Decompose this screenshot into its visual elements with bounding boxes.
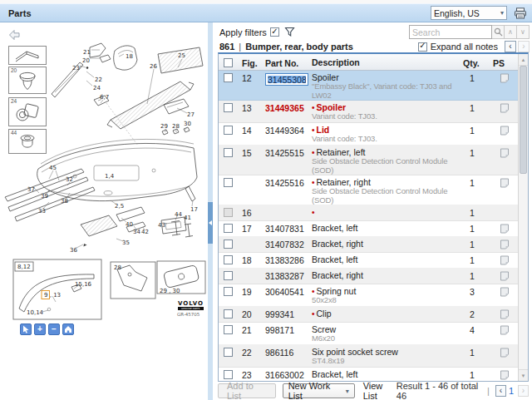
search-input[interactable] bbox=[409, 25, 492, 39]
table-row[interactable]: 15 31425515 •Retainer, left Side Obstacl… bbox=[219, 146, 528, 175]
row-checkbox[interactable] bbox=[224, 224, 233, 233]
row-checkbox[interactable] bbox=[224, 271, 233, 280]
parts-table: Fig. Part No. Description Qty. PS 12 Spo… bbox=[218, 52, 529, 382]
work-list-label: New Work List bbox=[288, 381, 342, 400]
table-row[interactable]: 31407832 Bracket, right 1 bbox=[219, 237, 528, 253]
apply-filters-checkbox[interactable] bbox=[270, 27, 279, 37]
table-row[interactable]: 23 31663002 Bracket, left 1 bbox=[219, 368, 528, 382]
scroll-down-icon[interactable]: ▼ bbox=[519, 369, 528, 381]
work-list-dropdown[interactable]: New Work List ▾ bbox=[283, 383, 355, 398]
magnifier-icon[interactable] bbox=[492, 25, 505, 39]
row-checkbox[interactable] bbox=[224, 178, 233, 187]
note-icon[interactable] bbox=[500, 348, 510, 358]
section-number: 861 bbox=[219, 42, 234, 52]
svg-text:39: 39 bbox=[41, 193, 48, 200]
part-no-input[interactable] bbox=[265, 73, 308, 86]
plus-icon[interactable]: + bbox=[34, 323, 46, 335]
note-icon[interactable] bbox=[500, 271, 510, 281]
part-note: ST4.8x19 bbox=[312, 357, 458, 366]
row-checkbox[interactable] bbox=[224, 148, 233, 157]
svg-text:6,7: 6,7 bbox=[100, 94, 109, 101]
row-checkbox[interactable] bbox=[224, 370, 233, 379]
part-note: Side Obstacle Detection Control Module (… bbox=[312, 187, 458, 205]
row-checkbox[interactable] bbox=[224, 348, 233, 357]
note-icon[interactable] bbox=[500, 148, 510, 158]
table-row[interactable]: 17 31407831 Bracket, left 1 bbox=[219, 221, 528, 237]
note-icon[interactable] bbox=[500, 287, 510, 297]
table-row[interactable]: 31425516 •Retainer, right Side Obstacle … bbox=[219, 175, 528, 205]
scroll-up-icon[interactable]: ▲ bbox=[519, 54, 528, 66]
note-icon[interactable] bbox=[500, 224, 510, 234]
part-no-cell: 30640541 bbox=[265, 284, 312, 306]
note-icon[interactable] bbox=[500, 240, 510, 249]
find-next-button[interactable]: ∨ bbox=[517, 25, 530, 39]
row-checkbox[interactable] bbox=[224, 287, 233, 296]
svg-text:42: 42 bbox=[141, 229, 149, 235]
part-no-text: 31407831 bbox=[265, 224, 304, 234]
scrollbar-thumb[interactable] bbox=[520, 66, 527, 174]
select-all-checkbox[interactable] bbox=[224, 58, 233, 67]
page-number[interactable]: 1 bbox=[509, 386, 514, 396]
previous-group-button[interactable]: ‹ bbox=[505, 41, 516, 52]
note-icon[interactable] bbox=[500, 325, 510, 335]
row-checkbox[interactable] bbox=[224, 103, 233, 112]
table-header: Fig. Part No. Description Qty. PS bbox=[219, 54, 528, 71]
parts-diagram[interactable]: VOLVO GENUINE PARTS GR-45705 21202318222… bbox=[0, 22, 208, 400]
row-checkbox[interactable] bbox=[224, 126, 233, 135]
table-row[interactable]: 12 Spoiler "Embassy Black", Variant code… bbox=[219, 71, 528, 101]
row-checkbox[interactable] bbox=[224, 309, 233, 319]
printer-icon[interactable] bbox=[514, 7, 527, 19]
home-icon[interactable] bbox=[62, 323, 74, 335]
table-row[interactable]: 13 31449365 •Spoiler Variant code: TJ03.… bbox=[219, 101, 528, 123]
note-bullet: • bbox=[312, 208, 315, 217]
next-page-button[interactable]: › bbox=[518, 385, 529, 397]
expand-all-notes-checkbox[interactable] bbox=[418, 42, 427, 52]
cursor-icon[interactable] bbox=[20, 323, 32, 335]
language-select[interactable]: English, US ▾ bbox=[431, 6, 507, 20]
table-row[interactable]: 21 998171 Screw M6x20 4 bbox=[219, 323, 528, 345]
next-group-button[interactable]: › bbox=[518, 41, 530, 52]
row-checkbox[interactable] bbox=[224, 255, 233, 264]
row-checkbox[interactable] bbox=[224, 208, 233, 217]
col-qty[interactable]: Qty. bbox=[461, 56, 491, 68]
note-icon[interactable] bbox=[500, 178, 510, 188]
parts-list-panel: Apply filters ∧ ∨ 861 | Bumper, rear, bo… bbox=[213, 22, 532, 400]
volvo-logo: VOLVO GENUINE PARTS GR-45705 bbox=[177, 300, 204, 317]
note-icon[interactable] bbox=[500, 370, 510, 380]
row-checkbox[interactable] bbox=[224, 325, 233, 334]
table-scrollbar[interactable]: ▲ ▼ bbox=[518, 54, 528, 381]
table-row[interactable]: 20 999341 •Clip 2 bbox=[219, 307, 528, 323]
part-name: Bracket, right bbox=[312, 270, 363, 280]
find-previous-button[interactable]: ∧ bbox=[505, 25, 517, 39]
col-part-no[interactable]: Part No. bbox=[265, 56, 312, 68]
row-checkbox[interactable] bbox=[224, 240, 233, 249]
col-description[interactable]: Description bbox=[312, 57, 461, 67]
table-row[interactable]: 31383287 Bracket, right 1 bbox=[219, 269, 528, 284]
add-to-list-button[interactable]: Add to List bbox=[218, 383, 276, 398]
part-no-cell: 31383287 bbox=[265, 269, 312, 284]
table-row[interactable]: 19 30640541 •Spring nut 50x2x8 3 bbox=[219, 284, 528, 307]
table-row[interactable]: 18 31383286 Bracket, left 1 bbox=[219, 253, 528, 269]
table-row[interactable]: 22 986116 Six point socket screw ST4.8x1… bbox=[219, 345, 528, 368]
note-icon[interactable] bbox=[500, 103, 510, 113]
table-row[interactable]: 14 31449364 •Lid Variant code: TJ03. 1 bbox=[219, 123, 528, 146]
previous-page-button[interactable]: ‹ bbox=[495, 385, 506, 397]
svg-text:2,5: 2,5 bbox=[115, 203, 124, 210]
filter-toolbar: Apply filters ∧ ∨ bbox=[219, 25, 530, 39]
note-icon[interactable] bbox=[500, 73, 510, 83]
table-row[interactable]: 16 • 1 bbox=[219, 205, 528, 221]
part-no-cell: 31407832 bbox=[265, 237, 312, 252]
page-title: Parts bbox=[8, 8, 32, 18]
view-list-link[interactable]: View List bbox=[363, 381, 397, 400]
note-icon[interactable] bbox=[500, 126, 510, 136]
col-ps[interactable]: PS bbox=[491, 56, 518, 68]
note-icon[interactable] bbox=[500, 255, 510, 265]
col-fig[interactable]: Fig. bbox=[239, 56, 265, 68]
note-icon[interactable] bbox=[500, 309, 510, 319]
minus-icon[interactable]: − bbox=[48, 323, 60, 335]
row-checkbox[interactable] bbox=[224, 73, 233, 82]
add-to-list-label: Add to List bbox=[227, 381, 267, 400]
svg-text:15,16: 15,16 bbox=[75, 281, 92, 288]
funnel-icon[interactable] bbox=[284, 27, 295, 37]
svg-text:28: 28 bbox=[172, 123, 180, 130]
